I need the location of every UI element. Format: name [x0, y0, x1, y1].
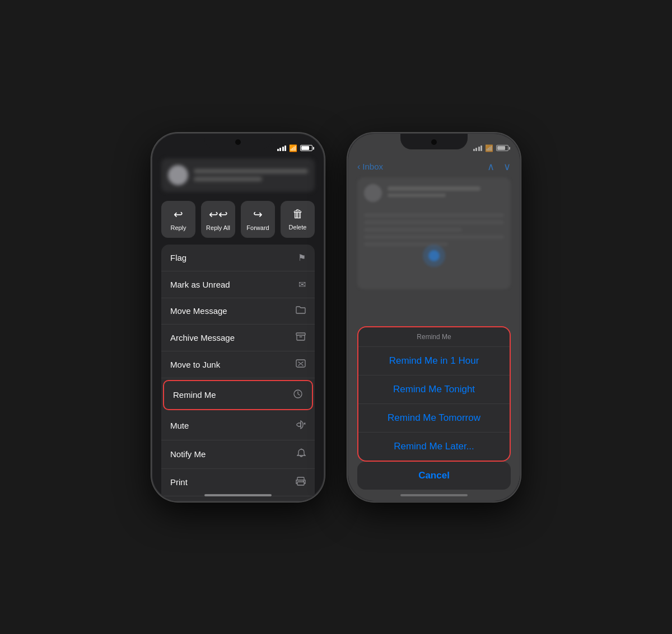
email-header-text — [194, 169, 308, 181]
reply-all-label: Reply All — [206, 224, 230, 231]
flag-label: Flag — [170, 253, 186, 262]
reply-label: Reply — [170, 224, 186, 231]
move-message-label: Move Message — [170, 306, 227, 316]
status-icons-1: 📶 — [277, 144, 313, 152]
phone2-screen: 📶 ‹ Inbox ∧ ∨ — [348, 134, 520, 501]
svg-point-5 — [303, 481, 304, 482]
phone1-content: ↩ Reply ↩↩ Reply All ↪ Forward 🗑 Delete — [152, 158, 324, 501]
forward-label: Forward — [246, 224, 269, 231]
menu-item-move-message[interactable]: Move Message — [161, 298, 315, 325]
mute-label: Mute — [170, 421, 189, 430]
bell-icon — [297, 448, 306, 461]
forward-icon: ↪ — [253, 208, 263, 221]
reply-button[interactable]: ↩ Reply — [161, 201, 195, 238]
menu-item-junk[interactable]: Move to Junk — [161, 351, 315, 378]
remind-option-1-hour[interactable]: Remind Me in 1 Hour — [358, 347, 510, 375]
header-line-1 — [194, 169, 308, 173]
reply-all-icon: ↩↩ — [209, 208, 228, 221]
trash-icon: 🗑 — [292, 208, 304, 220]
menu-item-remind-me[interactable]: Remind Me — [163, 380, 313, 410]
phone1-screen: 📶 ↩ — [152, 134, 324, 501]
menu-item-mute[interactable]: Mute — [161, 412, 315, 440]
status-bar-1: 📶 — [152, 134, 324, 158]
remind-me-label: Remind Me — [173, 390, 216, 400]
print-label: Print — [170, 477, 188, 487]
svg-rect-3 — [297, 477, 304, 480]
context-menu-list: Flag ⚑ Mark as Unread ✉ Move Message — [161, 245, 315, 501]
battery-icon — [300, 145, 312, 151]
archive-icon — [296, 332, 306, 343]
delete-label: Delete — [289, 224, 307, 231]
remind-sheet-inner: Remind Me Remind Me in 1 Hour Remind Me … — [358, 327, 510, 461]
svg-rect-0 — [296, 333, 305, 335]
remind-option-later[interactable]: Remind Me Later... — [358, 433, 510, 461]
wifi-icon: 📶 — [289, 144, 297, 152]
folder-icon — [296, 306, 306, 316]
print-icon — [296, 477, 306, 488]
menu-item-block[interactable]: Block Sender — [161, 496, 315, 501]
phones-container: 📶 ↩ — [151, 133, 521, 502]
svg-rect-4 — [297, 482, 304, 485]
menu-item-mark-unread[interactable]: Mark as Unread ✉ — [161, 271, 315, 298]
mark-unread-label: Mark as Unread — [170, 280, 230, 289]
forward-button[interactable]: ↪ Forward — [241, 201, 275, 238]
remind-me-sheet: Remind Me Remind Me in 1 Hour Remind Me … — [357, 326, 511, 462]
notify-label: Notify Me — [170, 449, 206, 459]
mute-icon — [296, 420, 306, 432]
junk-label: Move to Junk — [170, 360, 220, 369]
avatar-blurred — [168, 165, 188, 185]
archive-label: Archive Message — [170, 333, 235, 342]
reply-all-button[interactable]: ↩↩ Reply All — [201, 201, 235, 238]
reply-icon: ↩ — [174, 208, 183, 221]
menu-item-archive[interactable]: Archive Message — [161, 325, 315, 351]
menu-item-print[interactable]: Print — [161, 469, 315, 496]
remind-option-tomorrow[interactable]: Remind Me Tomorrow — [358, 404, 510, 433]
menu-item-notify[interactable]: Notify Me — [161, 440, 315, 469]
remind-sheet-title: Remind Me — [358, 327, 510, 347]
junk-icon — [296, 359, 306, 370]
clock-icon — [293, 389, 303, 401]
cancel-button[interactable]: Cancel — [357, 462, 511, 490]
flag-icon: ⚑ — [298, 252, 306, 263]
header-line-2 — [194, 177, 262, 181]
email-header-blurred — [161, 158, 315, 192]
phone-1: 📶 ↩ — [151, 133, 325, 502]
signal-icon — [277, 145, 287, 151]
phone-2: 📶 ‹ Inbox ∧ ∨ — [347, 133, 521, 502]
envelope-icon: ✉ — [298, 279, 306, 290]
remind-option-tonight[interactable]: Remind Me Tonight — [358, 375, 510, 404]
menu-item-flag[interactable]: Flag ⚑ — [161, 245, 315, 271]
quick-actions-row: ↩ Reply ↩↩ Reply All ↪ Forward 🗑 Delete — [161, 201, 315, 238]
home-indicator-1 — [204, 494, 272, 496]
delete-button[interactable]: 🗑 Delete — [281, 201, 315, 238]
